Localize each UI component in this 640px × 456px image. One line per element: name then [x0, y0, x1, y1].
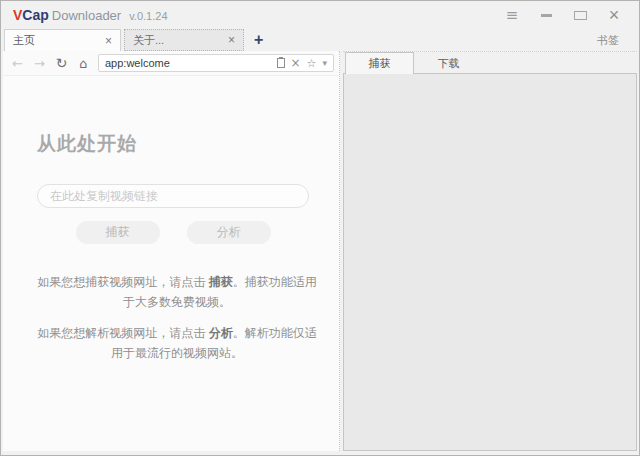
minimize-button[interactable]	[529, 1, 563, 29]
address-text[interactable]: app:welcome	[105, 57, 277, 69]
side-panel-tabs: 捕获 下载	[343, 52, 637, 74]
app-version: v.0.1.24	[129, 10, 167, 22]
star-icon[interactable]: ☆	[307, 58, 317, 69]
dropdown-icon[interactable]: ▾	[322, 59, 327, 68]
main-content: ← → ↻ ⌂ app:welcome × ☆ ▾ 从此处开始	[1, 51, 639, 455]
analyze-help-text: 如果您想解析视频网址，请点击 分析。解析功能仅适用于最流行的视频网站。	[37, 323, 317, 363]
window-controls: ≡ ×	[495, 1, 631, 29]
minimize-icon	[541, 14, 552, 17]
logo-v: V	[13, 7, 22, 23]
home-icon[interactable]: ⌂	[74, 57, 93, 70]
tab-close-icon[interactable]: ×	[105, 35, 112, 47]
app-window: V Cap Downloader v.0.1.24 ≡ × 主页 × 关于...…	[0, 0, 640, 456]
tab-capture[interactable]: 捕获	[345, 52, 414, 74]
tab-about-label: 关于...	[133, 33, 164, 48]
welcome-page: 从此处开始 捕获 分析 如果您想捕获视频网址，请点击 捕获。捕获功能适用于大多数…	[3, 76, 339, 451]
maximize-button[interactable]	[563, 1, 597, 29]
analyze-help-prefix: 如果您想解析视频网址，请点击	[37, 326, 208, 340]
analyze-button[interactable]: 分析	[187, 221, 271, 244]
close-button[interactable]: ×	[597, 1, 631, 29]
app-logo: V Cap Downloader v.0.1.24	[13, 7, 168, 23]
paste-icon[interactable]	[277, 58, 285, 68]
menu-icon[interactable]: ≡	[495, 1, 529, 29]
logo-product: Downloader	[52, 8, 121, 23]
maximize-icon	[574, 11, 587, 20]
video-link-input[interactable]	[37, 184, 309, 208]
refresh-icon[interactable]: ↻	[52, 56, 71, 70]
bookmarks-button[interactable]: 书签	[577, 29, 639, 51]
capture-help-bold: 捕获	[209, 275, 233, 289]
clear-icon[interactable]: ×	[291, 57, 301, 69]
capture-button[interactable]: 捕获	[76, 221, 160, 244]
tab-home[interactable]: 主页 ×	[4, 29, 121, 51]
page-title: 从此处开始	[37, 131, 339, 157]
capture-help-text: 如果您想捕获视频网址，请点击 捕获。捕获功能适用于大多数免费视频。	[37, 272, 317, 312]
tab-strip: 主页 × 关于... × +	[4, 29, 273, 51]
action-buttons: 捕获 分析	[37, 221, 309, 244]
forward-icon[interactable]: →	[30, 57, 49, 70]
tab-about[interactable]: 关于... ×	[124, 29, 244, 51]
side-panel: 捕获 下载	[343, 51, 637, 451]
tab-download[interactable]: 下载	[414, 52, 483, 74]
analyze-help-bold: 分析	[209, 326, 233, 340]
back-icon[interactable]: ←	[8, 57, 27, 70]
new-tab-button[interactable]: +	[244, 29, 273, 51]
navigation-bar: ← → ↻ ⌂ app:welcome × ☆ ▾	[3, 51, 339, 76]
capture-panel	[343, 73, 637, 451]
logo-cap: Cap	[22, 7, 48, 23]
capture-help-prefix: 如果您想捕获视频网址，请点击	[37, 275, 208, 289]
tab-close-icon[interactable]: ×	[228, 34, 235, 46]
tab-home-label: 主页	[13, 33, 35, 48]
title-bar: V Cap Downloader v.0.1.24 ≡ ×	[1, 1, 639, 29]
address-bar[interactable]: app:welcome × ☆ ▾	[98, 54, 334, 72]
browser-tab-bar: 主页 × 关于... × + 书签	[1, 29, 639, 51]
address-bar-icons: × ☆ ▾	[277, 57, 327, 69]
browser-pane: ← → ↻ ⌂ app:welcome × ☆ ▾ 从此处开始	[3, 51, 340, 451]
